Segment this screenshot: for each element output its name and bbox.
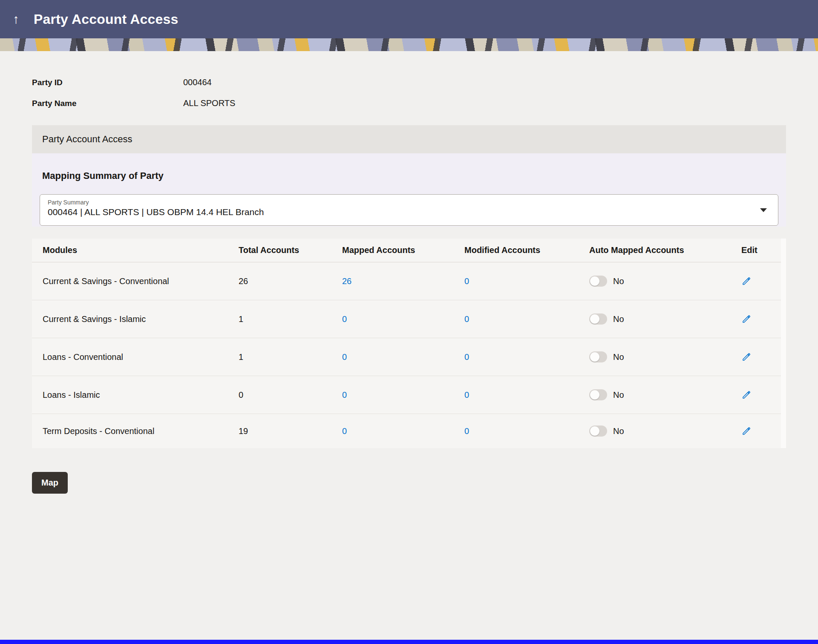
party-name-row: Party Name ALL SPORTS	[32, 98, 786, 108]
auto-mapped-state-label: No	[613, 276, 624, 286]
decorative-banner	[0, 38, 818, 51]
mapped-accounts-link[interactable]: 0	[342, 426, 347, 436]
party-name-value: ALL SPORTS	[183, 98, 235, 108]
col-header-modified-accounts: Modified Accounts	[464, 245, 589, 255]
auto-mapped-state-label: No	[613, 426, 624, 436]
mapping-summary-title: Mapping Summary of Party	[42, 170, 778, 181]
party-id-label: Party ID	[32, 78, 183, 87]
col-header-auto-mapped-accounts: Auto Mapped Accounts	[589, 245, 741, 255]
party-account-access-panel: Party Account Access Mapping Summary of …	[32, 125, 786, 227]
toggle-knob	[590, 314, 599, 324]
col-header-mapped-accounts: Mapped Accounts	[342, 245, 464, 255]
total-accounts-value: 26	[239, 276, 342, 286]
modified-accounts-link[interactable]: 0	[464, 276, 469, 286]
auto-mapped-toggle[interactable]	[589, 426, 607, 437]
auto-mapped-state-label: No	[613, 352, 624, 362]
col-header-total-accounts: Total Accounts	[239, 245, 342, 255]
app-header: ↑ Party Account Access	[0, 0, 818, 38]
toggle-knob	[590, 426, 599, 436]
edit-pencil-icon[interactable]	[741, 276, 752, 286]
edit-pencil-icon[interactable]	[741, 426, 752, 436]
edit-pencil-icon[interactable]	[741, 314, 752, 324]
modified-accounts-link[interactable]: 0	[464, 390, 469, 400]
chevron-down-icon	[760, 208, 767, 212]
auto-mapped-toggle[interactable]	[589, 351, 607, 362]
party-info: Party ID 000464 Party Name ALL SPORTS	[32, 78, 786, 108]
table-row: Current & Savings - Conventional 26 26 0…	[32, 262, 781, 300]
bottom-bar	[0, 640, 818, 644]
page-title: Party Account Access	[34, 12, 179, 27]
modified-accounts-link[interactable]: 0	[464, 426, 469, 436]
auto-mapped-state-label: No	[613, 314, 624, 324]
back-arrow-icon[interactable]: ↑	[13, 13, 19, 26]
mapped-accounts-link[interactable]: 26	[342, 276, 351, 286]
auto-mapped-toggle[interactable]	[589, 389, 607, 400]
party-summary-select[interactable]: Party Summary 000464 | ALL SPORTS | UBS …	[40, 194, 778, 226]
party-id-row: Party ID 000464	[32, 78, 786, 87]
edit-pencil-icon[interactable]	[741, 390, 752, 400]
party-name-label: Party Name	[32, 99, 183, 108]
total-accounts-value: 0	[239, 390, 342, 400]
table-scrollbar[interactable]	[781, 239, 786, 448]
module-name: Current & Savings - Conventional	[32, 276, 239, 286]
table-header-row: Modules Total Accounts Mapped Accounts M…	[32, 239, 781, 262]
total-accounts-value: 1	[239, 352, 342, 362]
module-name: Loans - Islamic	[32, 390, 239, 400]
modified-accounts-link[interactable]: 0	[464, 352, 469, 362]
page: ↑ Party Account Access Party ID 000464 P…	[0, 0, 818, 644]
panel-header: Party Account Access	[32, 125, 786, 153]
party-id-value: 000464	[183, 78, 212, 87]
main-content: Party ID 000464 Party Name ALL SPORTS Pa…	[0, 51, 818, 640]
auto-mapped-toggle[interactable]	[589, 313, 607, 325]
table-row: Term Deposits - Conventional 19 0 0 No	[32, 414, 781, 448]
modified-accounts-link[interactable]: 0	[464, 314, 469, 324]
total-accounts-value: 1	[239, 314, 342, 324]
mapped-accounts-link[interactable]: 0	[342, 390, 347, 400]
module-name: Current & Savings - Islamic	[32, 314, 239, 324]
col-header-modules: Modules	[32, 245, 239, 255]
total-accounts-value: 19	[239, 426, 342, 436]
module-name: Loans - Conventional	[32, 352, 239, 362]
table-row: Current & Savings - Islamic 1 0 0 No	[32, 300, 781, 338]
toggle-knob	[590, 390, 599, 400]
auto-mapped-state-label: No	[613, 390, 624, 400]
col-header-edit: Edit	[741, 245, 781, 255]
mapped-accounts-link[interactable]: 0	[342, 314, 347, 324]
table-row: Loans - Conventional 1 0 0 No	[32, 338, 781, 376]
toggle-knob	[590, 352, 599, 362]
edit-pencil-icon[interactable]	[741, 352, 752, 362]
toggle-knob	[590, 276, 599, 286]
party-summary-select-value: 000464 | ALL SPORTS | UBS OBPM 14.4 HEL …	[48, 207, 752, 217]
modules-table: Modules Total Accounts Mapped Accounts M…	[32, 239, 786, 448]
map-button[interactable]: Map	[32, 472, 68, 494]
auto-mapped-toggle[interactable]	[589, 276, 607, 287]
mapping-summary-section: Mapping Summary of Party Party Summary 0…	[32, 153, 786, 227]
panel-title: Party Account Access	[42, 134, 132, 145]
mapped-accounts-link[interactable]: 0	[342, 352, 347, 362]
table-row: Loans - Islamic 0 0 0 No	[32, 376, 781, 414]
party-summary-select-label: Party Summary	[48, 199, 752, 206]
module-name: Term Deposits - Conventional	[32, 426, 239, 436]
